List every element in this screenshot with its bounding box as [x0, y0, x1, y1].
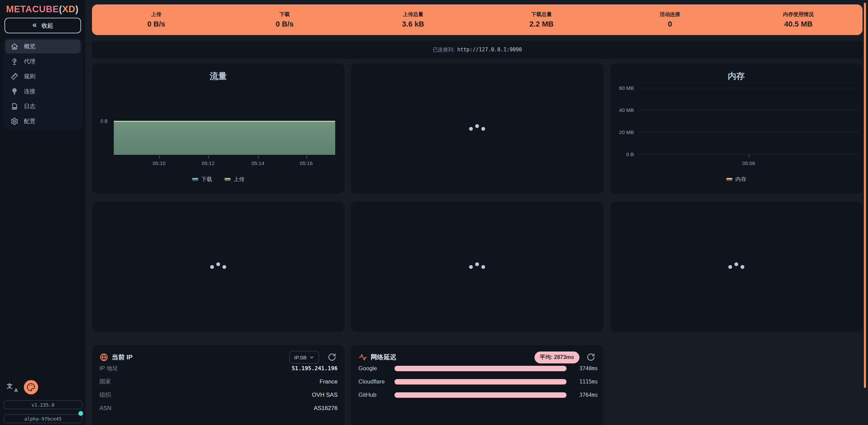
current-ip-card: 当前 IP IP.SB IP 地址 51.195.241.196 国家 Fran… [92, 345, 344, 425]
collapse-label: 收起 [42, 22, 53, 30]
version-badge[interactable]: v1.235.0 [3, 400, 82, 409]
latency-value: 3740ms [567, 365, 598, 372]
build-badge[interactable]: alpha-97bce45 [3, 414, 82, 423]
loading-dots [469, 127, 485, 131]
latency-bar [394, 392, 567, 398]
latency-value: 1115ms [567, 379, 598, 385]
connection-banner-prefix: 已连接到: [433, 47, 454, 53]
logo-variant-text: XD [62, 4, 76, 14]
ip-address-row: IP 地址 51.195.241.196 [99, 362, 338, 375]
home-icon [11, 43, 18, 50]
memory-legend: 内存 [610, 176, 863, 183]
traffic-x-tick: 05:10 [144, 160, 174, 166]
memory-chart-card: 内存 60 MB 40 MB 20 MB 0 B 05:08 内存 [610, 64, 863, 194]
traffic-chart-title: 流量 [92, 70, 344, 82]
latency-value: 3764ms [567, 392, 598, 398]
traffic-x-tick: 05:14 [243, 160, 273, 166]
globe-icon [99, 353, 108, 362]
loading-dots [469, 265, 485, 269]
language-button[interactable]: 文 A [7, 381, 18, 393]
loading-card [351, 202, 603, 332]
sidebar-item-label: 概览 [24, 43, 35, 50]
asn-row: ASN AS16276 [99, 402, 338, 415]
traffic-x-tick: 05:16 [291, 160, 322, 166]
refresh-icon [587, 353, 595, 361]
sidebar-item-label: 配置 [24, 117, 35, 125]
memory-y-tick: 60 MB [610, 85, 634, 91]
memory-chart-title: 内存 [610, 70, 863, 82]
sidebar-item-label: 连接 [24, 87, 35, 95]
loading-card [610, 202, 863, 332]
sidebar-item-label: 规则 [24, 72, 35, 80]
logo-brand-text: METACUBE [6, 4, 59, 14]
sidebar-item-connections[interactable]: 连接 [5, 84, 81, 98]
loading-dots [728, 265, 744, 269]
traffic-y-axis-label: 0 B [92, 118, 108, 124]
sidebar-item-rules[interactable]: 规则 [5, 69, 81, 83]
sidebar-item-proxies[interactable]: 代理 [5, 54, 81, 68]
stats-header: 上传 0 B/s 下载 0 B/s 上传总量 3.6 kB 下载总量 2.2 M… [92, 4, 863, 35]
theme-palette-button[interactable] [24, 380, 38, 394]
stat-upload-total: 上传总量 3.6 kB [349, 11, 477, 29]
stat-active-connections: 活动连接 0 [606, 11, 734, 29]
stat-download-total: 下载总量 2.2 MB [477, 11, 606, 29]
network-globe-icon [11, 87, 18, 95]
asn-value: AS16276 [314, 405, 338, 412]
current-ip-title: 当前 IP [112, 353, 133, 362]
traffic-chart-card: 流量 0 B 05:10 05:12 05:14 05:16 下载 上传 [92, 64, 344, 194]
language-icon: 文 [7, 382, 13, 390]
stat-download: 下载 0 B/s [220, 11, 349, 29]
file-text-icon [11, 102, 18, 110]
gear-icon [11, 117, 18, 125]
legend-item-memory[interactable]: 内存 [726, 176, 746, 183]
organization-row: 组织 OVH SAS [99, 388, 338, 402]
memory-y-tick: 20 MB [610, 129, 634, 135]
upload-swatch-icon [224, 178, 231, 181]
memory-swatch-icon [726, 178, 732, 181]
chevron-down-icon [309, 355, 314, 360]
collapse-chevrons-icon: « [32, 21, 37, 29]
sidebar-item-label: 日志 [24, 102, 35, 110]
memory-y-tick: 0 B [610, 151, 634, 157]
loading-card [92, 202, 344, 332]
traffic-x-tick: 05:12 [193, 160, 223, 166]
sidebar-item-label: 代理 [24, 58, 35, 65]
refresh-ip-button[interactable] [327, 353, 336, 362]
latency-bar [394, 379, 567, 385]
refresh-icon [328, 353, 336, 361]
sidebar-item-config[interactable]: 配置 [5, 114, 81, 128]
sidebar: METACUBE(XD) « 收起 概览 代理 规则 连接 日志 配置 [0, 0, 85, 425]
organization-value: OVH SAS [312, 392, 338, 398]
refresh-latency-button[interactable] [586, 353, 595, 362]
globe-stand-icon [11, 58, 18, 65]
dashboard-grid: 流量 0 B 05:10 05:12 05:14 05:16 下载 上传 内存 … [92, 64, 863, 332]
connection-banner: 已连接到: http://127.0.0.1:9090 [92, 41, 863, 59]
collapse-sidebar-button[interactable]: « 收起 [4, 18, 81, 33]
sidebar-item-overview[interactable]: 概览 [5, 39, 81, 53]
update-notification-dot [78, 411, 83, 416]
latency-bar [394, 366, 567, 371]
loading-card [351, 64, 603, 194]
page-scrollbar[interactable] [864, 3, 866, 388]
ip-address-value: 51.195.241.196 [292, 365, 338, 372]
latency-row-github: GitHub 3764ms [358, 388, 598, 402]
stat-upload: 上传 0 B/s [92, 11, 220, 29]
latency-title: 网络延迟 [371, 353, 397, 362]
main-content: 上传 0 B/s 下载 0 B/s 上传总量 3.6 kB 下载总量 2.2 M… [85, 0, 868, 425]
latency-row-cloudflare: Cloudflare 1115ms [358, 375, 598, 388]
legend-item-download[interactable]: 下载 [192, 176, 212, 183]
legend-item-upload[interactable]: 上传 [224, 176, 245, 183]
traffic-legend: 下载 上传 [92, 176, 344, 183]
loading-dots [210, 265, 226, 269]
country-value: France [320, 378, 338, 385]
latency-row-google: Google 3740ms [358, 362, 598, 375]
memory-x-tick: 05:08 [733, 160, 764, 166]
memory-y-tick: 40 MB [610, 107, 634, 113]
download-swatch-icon [192, 178, 198, 181]
sidebar-menu: 概览 代理 规则 连接 日志 配置 [3, 38, 82, 130]
palette-icon [27, 383, 35, 392]
pulse-icon [358, 353, 367, 362]
traffic-area-series [114, 121, 335, 155]
sidebar-item-logs[interactable]: 日志 [5, 99, 81, 113]
app-logo: METACUBE(XD) [6, 4, 79, 15]
